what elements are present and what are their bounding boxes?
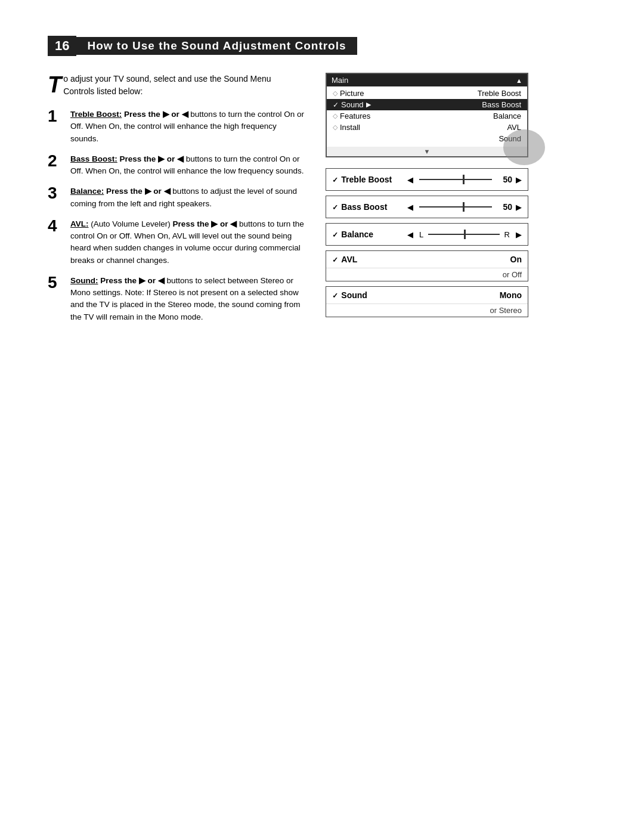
step-3-label: Balance: (70, 187, 104, 196)
menu-sound-label: Sound (341, 100, 364, 109)
drop-cap: T (48, 75, 61, 94)
step-4-content: AVL: (Auto Volume Leveler) Press the ▶ o… (70, 218, 304, 267)
step-4: 4 AVL: (Auto Volume Leveler) Press the ▶… (48, 218, 304, 267)
bass-slider-tick (463, 202, 465, 212)
menu-down-arrow-icon: ▼ (424, 148, 431, 155)
balance-slider-tick (464, 230, 466, 239)
step-3-number: 3 (48, 184, 66, 203)
step-2-content: Bass Boost: Press the ▶ or ◀ buttons to … (70, 153, 304, 178)
control-rows: ✓ Treble Boost ◀ 50 ▶ ✓ Bass Boost (326, 168, 528, 317)
menu-row-features: ◇ Features Balance (327, 110, 527, 122)
menu-row-sound: ✓ Sound ▶ Bass Boost (327, 99, 527, 110)
balance-check-icon: ✓ (332, 231, 340, 239)
step-1-number: 1 (48, 107, 66, 126)
step-3-action: Press the ▶ or ◀ (106, 187, 171, 196)
treble-slider-tick (463, 175, 465, 184)
bass-slider-line (419, 206, 492, 208)
bass-check-icon: ✓ (332, 203, 340, 212)
menu-picture-label: Picture (340, 89, 364, 98)
avl-value: On (404, 255, 522, 264)
menu-row-install: ◇ Install AVL (327, 122, 527, 133)
page-title: How to Use the Sound Adjustment Controls (76, 37, 357, 55)
menu-balance-label: Balance (493, 112, 521, 120)
bass-slider (419, 202, 492, 212)
sound-row-bottom: or Stereo (326, 304, 528, 317)
treble-slider (419, 175, 492, 184)
menu-right-arrow-icon: ▶ (366, 101, 371, 109)
avl-row-bottom: or Off (326, 268, 528, 281)
balance-row: ✓ Balance ◀ L R ▶ (326, 223, 528, 246)
bass-left-arrow[interactable]: ◀ (407, 203, 413, 212)
bass-boost-label: ✓ Bass Boost (332, 202, 404, 212)
page-header: 16 How to Use the Sound Adjustment Contr… (48, 36, 596, 56)
sound-or-value: or Stereo (490, 306, 522, 315)
balance-right-arrow[interactable]: ▶ (516, 230, 522, 239)
menu-bottom-bar: ▼ (327, 147, 527, 156)
avl-check-icon: ✓ (332, 256, 340, 264)
step-2-action: Press the ▶ or ◀ (120, 154, 184, 163)
step-5-label: Sound: (70, 276, 98, 285)
treble-right-arrow[interactable]: ▶ (516, 175, 522, 184)
balance-slider-line (428, 234, 499, 235)
diamond-icon-3: ◇ (333, 123, 338, 131)
step-3: 3 Balance: Press the ▶ or ◀ buttons to a… (48, 185, 304, 210)
menu-body: ◇ Picture Treble Boost ✓ Sound ▶ Bass Bo… (327, 86, 527, 147)
menu-row-picture: ◇ Picture Treble Boost (327, 88, 527, 99)
treble-boost-row: ✓ Treble Boost ◀ 50 ▶ (326, 168, 528, 191)
step-2-label: Bass Boost: (70, 154, 117, 163)
treble-slider-line (419, 179, 492, 180)
menu-bass-boost-label: Bass Boost (482, 100, 521, 109)
sound-row-top: ✓ Sound Mono (326, 287, 528, 304)
page-number: 16 (48, 36, 76, 56)
avl-label: ✓ AVL (332, 255, 404, 264)
step-3-content: Balance: Press the ▶ or ◀ buttons to adj… (70, 185, 304, 210)
avl-row-top: ✓ AVL On (326, 251, 528, 268)
step-2-number: 2 (48, 152, 66, 171)
check-icon: ✓ (333, 101, 339, 109)
step-1: 1 Treble Boost: Press the ▶ or ◀ buttons… (48, 109, 304, 145)
sound-value: Mono (404, 290, 522, 300)
step-2: 2 Bass Boost: Press the ▶ or ◀ buttons t… (48, 153, 304, 178)
step-5: 5 Sound: Press the ▶ or ◀ buttons to sel… (48, 275, 304, 323)
avl-or-value: or Off (503, 270, 522, 279)
page-title-text: How to Use the Sound Adjustment Controls (87, 39, 346, 52)
menu-sound-item: ✓ Sound ▶ (333, 100, 371, 109)
bass-boost-row: ✓ Bass Boost ◀ 50 ▶ (326, 196, 528, 218)
step-1-action: Press the ▶ or ◀ (124, 110, 188, 119)
balance-l-label: L (419, 230, 423, 239)
step-5-content: Sound: Press the ▶ or ◀ buttons to selec… (70, 275, 304, 323)
menu-up-arrow-icon: ▲ (516, 77, 522, 84)
sound-mono-row: ✓ Sound Mono or Stereo (326, 286, 528, 317)
treble-boost-label: ✓ Treble Boost (332, 175, 404, 184)
step-4-label: AVL: (70, 219, 89, 228)
balance-r-label: R (504, 230, 510, 239)
menu-avl-label: AVL (507, 123, 521, 132)
step-1-label: Treble Boost: (70, 110, 122, 119)
avl-row: ✓ AVL On or Off (326, 250, 528, 281)
sound-label: ✓ Sound (332, 290, 404, 300)
menu-row-sound-right: Sound (327, 133, 527, 144)
menu-install-item: ◇ Install (333, 123, 360, 132)
content-area: T o adjust your TV sound, select and use… (48, 73, 596, 332)
menu-diagram: Main ▲ ◇ Picture Treble Boost ✓ (326, 73, 528, 157)
treble-check-icon: ✓ (332, 176, 340, 184)
diamond-icon: ◇ (333, 89, 338, 97)
step-4-action: Press (173, 219, 195, 228)
balance-slider (428, 230, 499, 239)
treble-value: 50 (494, 175, 512, 184)
balance-label: ✓ Balance (332, 230, 404, 239)
menu-install-label: Install (340, 123, 360, 132)
menu-sound-right-label: Sound (499, 134, 521, 143)
step-5-action: Press the ▶ or ◀ (100, 276, 165, 285)
diamond-icon-2: ◇ (333, 112, 338, 120)
intro-text: o adjust your TV sound, select and use t… (63, 74, 271, 96)
step-4-avl-full: (Auto Volume Leveler) (91, 219, 171, 228)
menu-top-bar: Main ▲ (327, 74, 527, 86)
menu-features-item: ◇ Features (333, 112, 370, 120)
treble-left-arrow[interactable]: ◀ (407, 175, 413, 184)
bass-right-arrow[interactable]: ▶ (516, 203, 522, 212)
balance-left-arrow[interactable]: ◀ (407, 230, 413, 239)
menu-treble-boost-label: Treble Boost (478, 89, 521, 98)
left-column: T o adjust your TV sound, select and use… (48, 73, 304, 332)
step-4-number: 4 (48, 217, 66, 236)
